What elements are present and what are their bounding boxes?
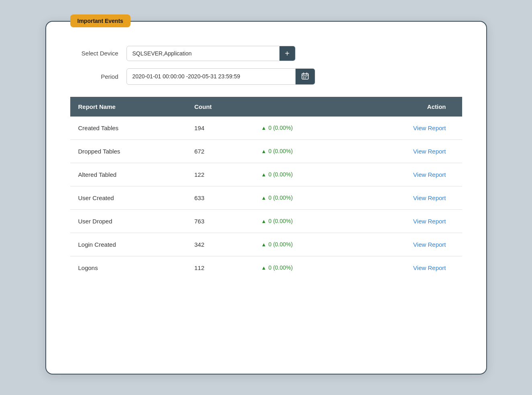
view-report-link[interactable]: View Report xyxy=(413,148,446,155)
cell-action: View Report xyxy=(349,256,462,279)
trend-up-icon: ▲ xyxy=(261,125,267,131)
period-input-group xyxy=(126,68,315,85)
svg-rect-8 xyxy=(305,78,306,78)
view-report-link[interactable]: View Report xyxy=(413,125,446,131)
cell-report-name: Altered Tabled xyxy=(70,163,187,186)
svg-rect-6 xyxy=(306,76,307,77)
calendar-button[interactable] xyxy=(296,69,315,84)
device-input-group: + xyxy=(126,46,296,61)
table-header-row: Report Name Count Action xyxy=(70,97,462,117)
trend-up-icon: ▲ xyxy=(261,172,267,178)
cell-trend: ▲0 (0.00%) xyxy=(253,117,349,140)
trend-value: 0 (0.00%) xyxy=(268,148,293,154)
cell-action: View Report xyxy=(349,186,462,209)
table-row: Logons112▲0 (0.00%)View Report xyxy=(70,256,462,279)
table-row: User Created633▲0 (0.00%)View Report xyxy=(70,186,462,209)
cell-count: 122 xyxy=(186,163,253,186)
device-row: Select Device + xyxy=(70,46,462,61)
svg-rect-5 xyxy=(305,76,306,77)
cell-trend: ▲0 (0.00%) xyxy=(253,233,349,256)
cell-report-name: Created Tables xyxy=(70,117,187,140)
cell-count: 672 xyxy=(186,139,253,163)
calendar-icon xyxy=(301,72,309,80)
events-table: Report Name Count Action Created Tables1… xyxy=(70,97,462,279)
trend-up-icon: ▲ xyxy=(261,195,267,201)
cell-count: 763 xyxy=(186,209,253,233)
view-report-link[interactable]: View Report xyxy=(413,241,446,248)
cell-trend: ▲0 (0.00%) xyxy=(253,139,349,163)
cell-action: View Report xyxy=(349,209,462,233)
period-row: Period xyxy=(70,68,462,85)
trend-value: 0 (0.00%) xyxy=(268,264,293,271)
trend-value: 0 (0.00%) xyxy=(268,194,293,201)
cell-report-name: User Created xyxy=(70,186,187,209)
table-row: Altered Tabled122▲0 (0.00%)View Report xyxy=(70,163,462,186)
col-trend xyxy=(253,97,349,117)
view-report-link[interactable]: View Report xyxy=(413,218,446,225)
svg-rect-4 xyxy=(303,76,304,77)
table-row: User Droped763▲0 (0.00%)View Report xyxy=(70,209,462,233)
cell-count: 633 xyxy=(186,186,253,209)
view-report-link[interactable]: View Report xyxy=(413,264,446,271)
cell-trend: ▲0 (0.00%) xyxy=(253,256,349,279)
cell-action: View Report xyxy=(349,117,462,140)
cell-report-name: Logons xyxy=(70,256,187,279)
cell-action: View Report xyxy=(349,163,462,186)
trend-value: 0 (0.00%) xyxy=(268,125,293,131)
trend-up-icon: ▲ xyxy=(261,218,267,224)
col-report-name: Report Name xyxy=(70,97,187,117)
svg-rect-7 xyxy=(303,78,304,78)
trend-up-icon: ▲ xyxy=(261,148,267,154)
view-report-link[interactable]: View Report xyxy=(413,194,446,201)
table-row: Dropped Tables672▲0 (0.00%)View Report xyxy=(70,139,462,163)
view-report-link[interactable]: View Report xyxy=(413,171,446,178)
important-events-badge: Important Events xyxy=(70,14,130,27)
col-action: Action xyxy=(349,97,462,117)
cell-report-name: User Droped xyxy=(70,209,187,233)
cell-report-name: Login Created xyxy=(70,233,187,256)
cell-trend: ▲0 (0.00%) xyxy=(253,209,349,233)
period-label: Period xyxy=(70,73,126,80)
cell-count: 112 xyxy=(186,256,253,279)
trend-up-icon: ▲ xyxy=(261,265,267,271)
device-input[interactable] xyxy=(127,47,279,60)
period-input[interactable] xyxy=(127,70,296,83)
cell-trend: ▲0 (0.00%) xyxy=(253,163,349,186)
col-count: Count xyxy=(186,97,253,117)
table-row: Login Created342▲0 (0.00%)View Report xyxy=(70,233,462,256)
trend-value: 0 (0.00%) xyxy=(268,241,293,248)
cell-action: View Report xyxy=(349,233,462,256)
cell-count: 342 xyxy=(186,233,253,256)
cell-count: 194 xyxy=(186,117,253,140)
cell-report-name: Dropped Tables xyxy=(70,139,187,163)
trend-up-icon: ▲ xyxy=(261,242,267,248)
trend-value: 0 (0.00%) xyxy=(268,218,293,224)
add-device-button[interactable]: + xyxy=(279,46,296,61)
cell-action: View Report xyxy=(349,139,462,163)
device-label: Select Device xyxy=(70,50,126,57)
cell-trend: ▲0 (0.00%) xyxy=(253,186,349,209)
table-row: Created Tables194▲0 (0.00%)View Report xyxy=(70,117,462,140)
main-card: Important Events Select Device + Period xyxy=(45,21,487,375)
trend-value: 0 (0.00%) xyxy=(268,171,293,178)
